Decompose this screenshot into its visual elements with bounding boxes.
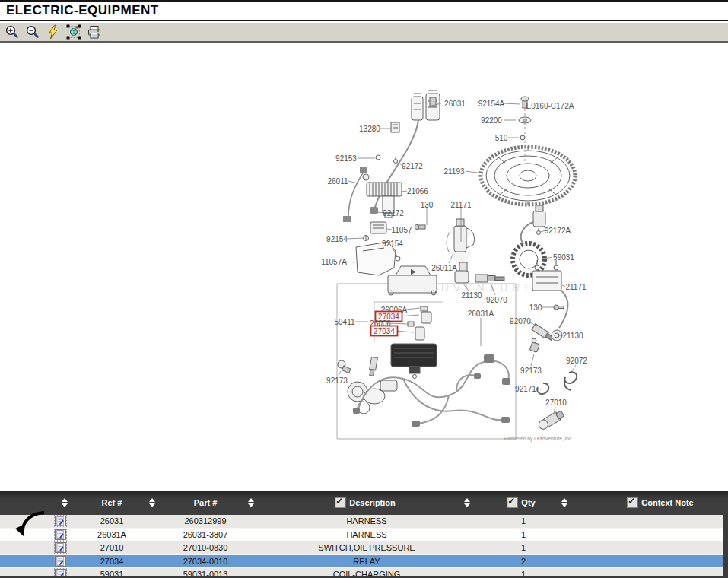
part-callout-label[interactable]: 510: [495, 134, 508, 142]
part-callout-label[interactable]: 21066: [407, 187, 428, 195]
part-callout-label[interactable]: 130: [529, 303, 542, 312]
part-callout-label[interactable]: 26031A: [468, 310, 494, 318]
column-header-ref[interactable]: Ref #: [102, 498, 122, 507]
table-row[interactable]: 27010 27010-0830 SWITCH,OIL PRESSURE 1: [0, 541, 723, 555]
part-callout-label[interactable]: 26011A: [431, 264, 457, 272]
table-header: Ref # Part # Description Qty Context Not…: [0, 491, 728, 515]
column-header-part[interactable]: Part #: [194, 498, 218, 507]
parts-diagram: LEADVENTURE: [0, 0, 728, 491]
part-cell: 260312999: [184, 515, 226, 528]
flash-button[interactable]: [44, 24, 62, 40]
zoom-out-button[interactable]: [24, 24, 41, 40]
part-callout-label[interactable]: 92173: [326, 376, 348, 385]
table-row[interactable]: 27034 27034-0010 RELAY 2: [0, 555, 723, 569]
part-callout-label[interactable]: 21171: [565, 283, 587, 291]
qty-column-checkbox[interactable]: [507, 497, 517, 508]
qty-cell: 1: [521, 541, 526, 554]
part-callout-label[interactable]: 11057: [391, 226, 412, 234]
part-detail-icon[interactable]: [55, 569, 66, 576]
part-cell: 27010-0830: [183, 541, 228, 554]
context-note-column-checkbox[interactable]: [627, 497, 637, 508]
part-callout-label[interactable]: 21171: [450, 201, 472, 209]
table-row[interactable]: 59031 59031-0013 COIL-CHARGING 1: [0, 568, 723, 576]
qty-cell: 1: [521, 515, 526, 528]
diagram-toolbar: [0, 23, 728, 43]
part-callout-label[interactable]: 21130: [461, 291, 482, 300]
ref-cell: 26031: [100, 515, 124, 528]
ref-cell: 27034: [100, 555, 124, 568]
table-row[interactable]: 26031A 26031-3807 HARNESS 1: [0, 529, 723, 542]
render-credit: Rendered by LeadVenture, Inc.: [504, 436, 573, 442]
zoom-out-icon: [25, 24, 40, 40]
table-row[interactable]: 26031 260312999 HARNESS 1: [0, 515, 723, 529]
part-callout-label[interactable]: 92153: [335, 154, 357, 163]
sort-toggle-icon[interactable]: [248, 498, 254, 507]
part-callout-label[interactable]: 92072: [566, 357, 587, 365]
part-cell: 27034-0010: [183, 555, 228, 568]
qty-cell: 2: [521, 555, 526, 568]
image-map-icon: [66, 24, 81, 40]
part-detail-icon[interactable]: [55, 556, 66, 567]
part-callout-label[interactable]: 27010: [545, 399, 567, 407]
description-cell: HARNESS: [346, 515, 386, 528]
parts-table: Ref # Part # Description Qty Context Not…: [0, 491, 728, 578]
part-detail-icon[interactable]: [55, 542, 66, 553]
print-button[interactable]: [85, 24, 103, 40]
selection-arrow-icon: [9, 509, 49, 538]
hotspot-select-button[interactable]: [65, 24, 82, 40]
part-callout-label[interactable]: 92172A: [545, 227, 571, 235]
part-detail-icon[interactable]: [55, 529, 66, 540]
table-rows: 26031 260312999 HARNESS 1 26031A 26031-3…: [0, 515, 723, 576]
diagram-code: E0160-C172A: [526, 102, 574, 110]
description-cell: HARNESS: [346, 529, 386, 541]
qty-cell: 1: [521, 568, 526, 576]
part-callout-label[interactable]: 59411: [334, 318, 355, 326]
page-title: ELECTRIC-EQUIPMENT: [6, 3, 159, 18]
sort-toggle-icon[interactable]: [62, 498, 68, 507]
printer-icon: [87, 24, 102, 40]
part-callout-label[interactable]: 27034: [374, 327, 395, 335]
sort-toggle-icon[interactable]: [561, 498, 567, 507]
title-bar: ELECTRIC-EQUIPMENT: [0, 0, 728, 21]
sort-toggle-icon[interactable]: [149, 498, 155, 507]
part-callout-label[interactable]: 130: [421, 201, 434, 209]
part-callout-label[interactable]: 92173: [520, 367, 542, 375]
part-callout-label[interactable]: 26031: [444, 100, 466, 108]
description-cell: COIL-CHARGING: [333, 568, 401, 576]
part-callout-label[interactable]: 26011: [327, 177, 348, 186]
part-callout-label[interactable]: 92154: [326, 235, 348, 243]
description-cell: SWITCH,OIL PRESSURE: [318, 541, 415, 554]
sort-toggle-icon[interactable]: [464, 498, 470, 507]
part-callout-label[interactable]: 21193: [443, 167, 465, 176]
zoom-in-button[interactable]: [3, 24, 21, 40]
part-callout-label[interactable]: 92200: [481, 116, 502, 125]
part-callout-label[interactable]: 92154: [382, 240, 403, 248]
description-column-checkbox[interactable]: [335, 497, 345, 508]
part-callout-label[interactable]: 92154A: [478, 100, 505, 108]
part-detail-icon[interactable]: [55, 516, 66, 526]
description-cell: RELAY: [353, 555, 380, 568]
part-callout-label[interactable]: 92070: [486, 296, 507, 304]
part-cell: 59031-0013: [183, 568, 228, 576]
ref-cell: 27010: [100, 541, 124, 554]
part-callout-label[interactable]: 59031: [553, 253, 574, 262]
qty-cell: 1: [521, 529, 526, 541]
part-callout-label[interactable]: 92070: [510, 317, 531, 326]
zoom-in-icon: [5, 24, 20, 40]
ref-cell: 59031: [100, 568, 124, 576]
part-callout-label[interactable]: 21130: [562, 332, 583, 340]
column-header-qty[interactable]: Qty: [521, 498, 535, 507]
part-callout-label[interactable]: 92172: [383, 209, 404, 218]
column-header-context-note[interactable]: Context Note: [641, 498, 693, 507]
part-callout-label[interactable]: 92172: [402, 162, 423, 170]
part-callout-label[interactable]: 11057A: [321, 258, 347, 266]
lightning-icon: [46, 24, 61, 40]
column-header-description[interactable]: Description: [349, 498, 396, 507]
ref-cell: 26031A: [97, 529, 126, 541]
part-cell: 26031-3807: [183, 529, 228, 541]
part-callout-label[interactable]: 13280: [359, 125, 380, 133]
part-callout-label[interactable]: 92171: [515, 385, 536, 393]
